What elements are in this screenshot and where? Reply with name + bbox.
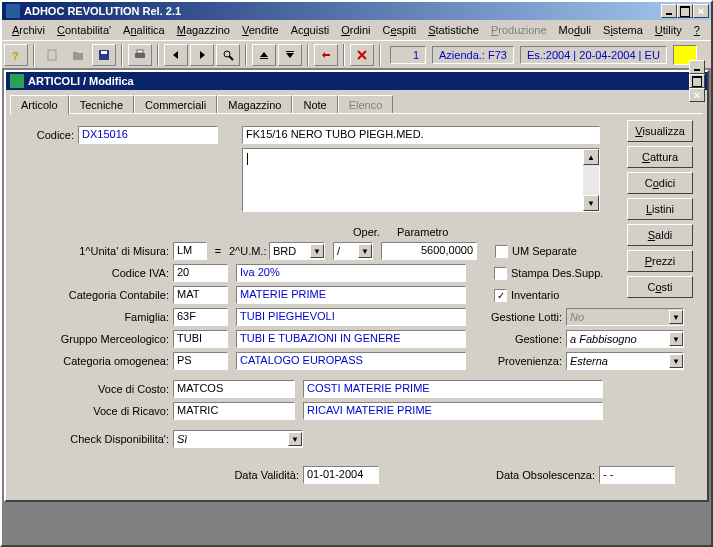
vcosto-input[interactable]: MATCOS (173, 380, 295, 398)
scroll-down-icon[interactable]: ▼ (583, 195, 599, 211)
menu-sistema[interactable]: Sistema (597, 23, 649, 37)
down-button[interactable] (278, 44, 302, 66)
iva-desc: Iva 20% (236, 264, 466, 282)
checkbox-icon (495, 245, 508, 258)
codice-label: Codice: (18, 129, 78, 141)
chevron-down-icon: ▼ (669, 354, 683, 368)
svg-rect-4 (135, 53, 145, 58)
tab-body: Visualizza Cattura Codici Listini Saldi … (10, 113, 703, 496)
menu-magazzino[interactable]: Magazzino (171, 23, 236, 37)
up-icon (257, 48, 271, 62)
desc-textarea[interactable]: ▲ ▼ (242, 148, 600, 212)
textarea-scrollbar[interactable]: ▲ ▼ (583, 149, 599, 211)
prov-label: Provenienza: (476, 355, 566, 367)
menu-moduli[interactable]: Moduli (553, 23, 597, 37)
print-button[interactable] (128, 44, 152, 66)
help-button[interactable]: ? (4, 44, 28, 66)
checkbox-icon (494, 267, 507, 280)
vricavo-input[interactable]: MATRIC (173, 402, 295, 420)
menu-cespiti[interactable]: Cespiti (377, 23, 423, 37)
articoli-window: ARTICOLI / Modifica Articolo Tecniche Co… (4, 70, 709, 502)
delete-button[interactable] (350, 44, 374, 66)
menu-statistiche[interactable]: Statistiche (422, 23, 485, 37)
stampa-check[interactable]: Stampa Des.Supp. (494, 267, 603, 280)
codici-button[interactable]: Codici (627, 172, 693, 194)
desc-input[interactable]: FK15/16 NERO TUBO PIEGH.MED. (242, 126, 600, 144)
chevron-down-icon: ▼ (358, 244, 372, 258)
iva-input[interactable]: 20 (173, 264, 228, 282)
open-button[interactable] (66, 44, 90, 66)
prov-select[interactable]: Esterna▼ (566, 352, 684, 370)
tab-commerciali[interactable]: Commerciali (134, 95, 217, 114)
dataobs-input[interactable]: - - (599, 466, 675, 484)
prev-button[interactable] (164, 44, 188, 66)
maximize-button[interactable] (677, 4, 693, 18)
cattura-button[interactable]: Cattura (627, 146, 693, 168)
codice-input[interactable]: DX15016 (78, 126, 218, 144)
prezzi-button[interactable]: Prezzi (627, 250, 693, 272)
cancel-button[interactable] (314, 44, 338, 66)
dataval-input[interactable]: 01-01-2004 (303, 466, 379, 484)
menu-acquisti[interactable]: Acquisti (285, 23, 336, 37)
status-num: 1 (390, 46, 426, 64)
catomo-label: Categoria omogenea: (18, 355, 173, 367)
close-button[interactable] (693, 4, 709, 18)
undo-icon (319, 48, 333, 62)
catomo-input[interactable]: PS (173, 352, 228, 370)
gestione-select[interactable]: a Fabbisogno▼ (566, 330, 684, 348)
menu-archivi[interactable]: Archivi (6, 23, 51, 37)
tab-articolo[interactable]: Articolo (10, 95, 69, 115)
x-icon (355, 48, 369, 62)
toolbar: ? 1 Azienda.: F73 Es.:2004 | 20-04-2004 … (2, 40, 711, 68)
costi-button[interactable]: Costi (627, 276, 693, 298)
catcont-label: Categoria Contabile: (18, 289, 173, 301)
famiglia-input[interactable]: 63F (173, 308, 228, 326)
grpmerc-label: Gruppo Merceologico: (18, 333, 173, 345)
tab-note[interactable]: Note (292, 95, 337, 114)
sub-minimize-button[interactable] (689, 60, 705, 74)
sub-icon (10, 74, 24, 88)
app-icon (6, 4, 20, 18)
menu-produzione: Produzione (485, 23, 553, 37)
menu-contabilita[interactable]: Contabilita' (51, 23, 117, 37)
checkdisp-select[interactable]: Sì▼ (173, 430, 303, 448)
sub-maximize-button[interactable] (689, 74, 705, 88)
catcont-input[interactable]: MAT (173, 286, 228, 304)
save-button[interactable] (92, 44, 116, 66)
tab-magazzino[interactable]: Magazzino (217, 95, 292, 114)
scroll-up-icon[interactable]: ▲ (583, 149, 599, 165)
left-icon (169, 48, 183, 62)
menu-ordini[interactable]: Ordini (335, 23, 376, 37)
checkbox-icon: ✓ (494, 289, 507, 302)
visualizza-button[interactable]: Visualizza (627, 120, 693, 142)
svg-text:?: ? (12, 50, 19, 62)
menu-analitica[interactable]: Analitica (117, 23, 171, 37)
menu-utility[interactable]: Utility (649, 23, 688, 37)
minimize-button[interactable] (661, 4, 677, 18)
up-button[interactable] (252, 44, 276, 66)
param-input[interactable]: 5600,0000 (381, 242, 477, 260)
grpmerc-input[interactable]: TUBI (173, 330, 228, 348)
tab-tecniche[interactable]: Tecniche (69, 95, 134, 114)
umsep-check[interactable]: UM Separate (495, 245, 577, 258)
catomo-desc: CATALOGO EUROPASS (236, 352, 466, 370)
menu-help[interactable]: ? (688, 23, 706, 37)
help-icon: ? (9, 48, 23, 62)
tab-elenco: Elenco (338, 95, 394, 114)
famiglia-label: Famiglia: (18, 311, 173, 323)
grpmerc-desc: TUBI E TUBAZIONI IN GENERE (236, 330, 466, 348)
search-button[interactable] (216, 44, 240, 66)
new-button[interactable] (40, 44, 64, 66)
um2-select[interactable]: BRD▼ (269, 242, 325, 260)
right-icon (195, 48, 209, 62)
menu-vendite[interactable]: Vendite (236, 23, 285, 37)
next-button[interactable] (190, 44, 214, 66)
oper-select[interactable]: /▼ (333, 242, 373, 260)
status-azienda: Azienda.: F73 (432, 46, 514, 64)
saldi-button[interactable]: Saldi (627, 224, 693, 246)
svg-rect-9 (286, 51, 294, 52)
listini-button[interactable]: Listini (627, 198, 693, 220)
inv-check[interactable]: ✓Inventario (494, 289, 559, 302)
um1-input[interactable]: LM (173, 242, 207, 260)
vricavo-label: Voce di Ricavo: (18, 405, 173, 417)
